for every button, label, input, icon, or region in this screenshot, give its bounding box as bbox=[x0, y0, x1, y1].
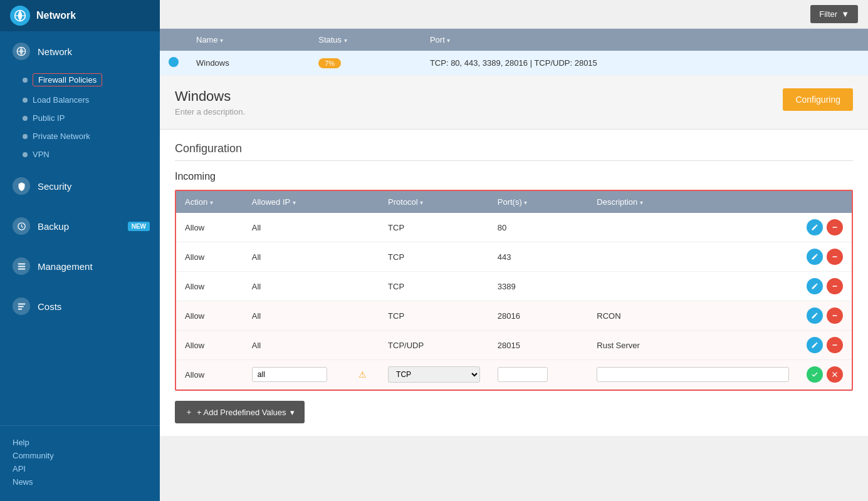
allowed-ip-sort-icon: ▾ bbox=[293, 199, 296, 206]
windows-title: Windows bbox=[175, 88, 245, 105]
sidebar-section-security: Security bbox=[0, 166, 160, 206]
row-ports: 28015 bbox=[489, 331, 588, 360]
row-protocol: TCP bbox=[379, 301, 489, 331]
col-action[interactable]: Action ▾ bbox=[176, 191, 243, 213]
edit-button[interactable] bbox=[807, 278, 823, 294]
sidebar-section-backup-header[interactable]: Backup NEW bbox=[0, 209, 160, 244]
row-action-icons bbox=[798, 360, 852, 390]
table-row[interactable]: Allow All TCP 443 bbox=[176, 242, 852, 272]
protocol-select[interactable]: TCP UDP TCP/UDP bbox=[388, 366, 480, 383]
row-ports: 443 bbox=[489, 242, 588, 272]
description-input[interactable] bbox=[597, 367, 789, 382]
sidebar-item-load-balancers[interactable]: Load Balancers bbox=[0, 91, 160, 109]
dot-icon bbox=[23, 134, 28, 139]
dot-icon bbox=[23, 152, 28, 157]
edit-button[interactable] bbox=[807, 249, 823, 265]
cancel-button[interactable] bbox=[827, 366, 843, 383]
row-allowed-ip: All bbox=[243, 331, 379, 360]
management-section-label: Management bbox=[38, 261, 93, 272]
sidebar-item-vpn[interactable]: VPN bbox=[0, 145, 160, 163]
configuring-button[interactable]: Configuring bbox=[783, 88, 853, 111]
incoming-title: Incoming bbox=[175, 171, 853, 182]
edit-button[interactable] bbox=[807, 219, 823, 235]
row-allowed-ip: All bbox=[243, 242, 379, 272]
sidebar-logo bbox=[10, 6, 30, 26]
sidebar-news-link[interactable]: News bbox=[13, 475, 147, 488]
col-select bbox=[160, 29, 187, 51]
sidebar-section-management-header[interactable]: Management bbox=[0, 249, 160, 284]
configuration-title: Configuration bbox=[175, 142, 853, 155]
table-row[interactable]: Allow All TCP/UDP 28015 Rust Server bbox=[176, 331, 852, 360]
delete-button[interactable] bbox=[827, 307, 843, 324]
col-port[interactable]: Port ▾ bbox=[421, 29, 868, 51]
row-ports: 28016 bbox=[489, 301, 588, 331]
edit-button[interactable] bbox=[807, 307, 823, 324]
dot-icon bbox=[23, 78, 28, 83]
col-protocol[interactable]: Protocol ▾ bbox=[379, 191, 489, 213]
network-icon bbox=[13, 43, 30, 60]
sidebar-community-link[interactable]: Community bbox=[13, 449, 147, 462]
sidebar-api-link[interactable]: API bbox=[13, 462, 147, 475]
configuration-table: Action ▾ Allowed IP ▾ Protocol ▾ Port(s)… bbox=[176, 191, 852, 390]
row-description: RCON bbox=[588, 301, 798, 331]
sidebar-section-management: Management bbox=[0, 246, 160, 286]
filter-icon: ▼ bbox=[841, 9, 849, 19]
row-allowed-ip: All bbox=[243, 213, 379, 242]
filter-button[interactable]: Filter ▼ bbox=[810, 5, 858, 23]
public-ip-label: Public IP bbox=[33, 113, 65, 123]
security-icon bbox=[13, 177, 30, 195]
table-row[interactable]: Windows 7% TCP: 80, 443, 3389, 28016 | T… bbox=[160, 51, 868, 76]
svg-rect-7 bbox=[18, 268, 24, 269]
delete-button[interactable] bbox=[827, 337, 843, 353]
protocol-sort-icon: ▾ bbox=[420, 199, 423, 206]
col-allowed-ip[interactable]: Allowed IP ▾ bbox=[243, 191, 379, 213]
delete-button[interactable] bbox=[827, 219, 843, 235]
configuration-section: Configuration Incoming Action ▾ Allowed … bbox=[160, 130, 868, 436]
table-row[interactable]: Allow All TCP 3389 bbox=[176, 272, 852, 301]
add-predefined-icon: ＋ bbox=[185, 406, 193, 418]
delete-button[interactable] bbox=[827, 278, 843, 294]
allowed-ip-input[interactable] bbox=[252, 367, 327, 382]
ports-input[interactable] bbox=[498, 367, 548, 382]
sidebar-section-security-header[interactable]: Security bbox=[0, 168, 160, 204]
edit-button[interactable] bbox=[807, 337, 823, 353]
sidebar-section-costs-header[interactable]: Costs bbox=[0, 289, 160, 324]
row-allowed-ip: All bbox=[243, 301, 379, 331]
network-sub-items: Firewall Policies Load Balancers Public … bbox=[0, 69, 160, 163]
port-sort-icon: ▾ bbox=[447, 37, 450, 44]
radio-icon bbox=[169, 57, 179, 67]
add-predefined-button[interactable]: ＋ + Add Predefined Values ▾ bbox=[175, 401, 305, 423]
col-ports[interactable]: Port(s) ▾ bbox=[489, 191, 588, 213]
save-button[interactable] bbox=[807, 366, 823, 383]
sidebar-item-private-network[interactable]: Private Network bbox=[0, 127, 160, 145]
sidebar-item-public-ip[interactable]: Public IP bbox=[0, 109, 160, 127]
svg-rect-6 bbox=[18, 266, 24, 267]
row-port: TCP: 80, 443, 3389, 28016 | TCP/UDP: 280… bbox=[421, 51, 868, 76]
sidebar-item-firewall-policies[interactable]: Firewall Policies bbox=[0, 69, 160, 91]
action-sort-icon: ▾ bbox=[210, 199, 213, 206]
top-bar: Filter ▼ bbox=[160, 0, 868, 29]
svg-rect-8 bbox=[18, 303, 24, 304]
col-status[interactable]: Status ▾ bbox=[310, 29, 421, 51]
delete-button[interactable] bbox=[827, 249, 843, 265]
row-action-icons bbox=[798, 301, 852, 331]
highlighted-table-wrapper: Action ▾ Allowed IP ▾ Protocol ▾ Port(s)… bbox=[175, 190, 853, 391]
row-action-icons bbox=[798, 213, 852, 242]
col-name[interactable]: Name ▾ bbox=[187, 29, 310, 51]
row-allowed-ip: All bbox=[243, 272, 379, 301]
sidebar-section-backup: Backup NEW bbox=[0, 206, 160, 246]
col-description[interactable]: Description ▾ bbox=[588, 191, 798, 213]
table-row[interactable]: Allow All TCP 80 bbox=[176, 213, 852, 242]
warning-icon: ⚠ bbox=[358, 369, 367, 380]
name-sort-icon: ▾ bbox=[220, 37, 223, 44]
backup-icon bbox=[13, 217, 30, 235]
sidebar-section-network-header[interactable]: Network bbox=[0, 34, 160, 69]
backup-section-label: Backup bbox=[38, 221, 69, 232]
windows-description: Enter a description. bbox=[175, 107, 245, 116]
sidebar-help-link[interactable]: Help bbox=[13, 436, 147, 449]
row-action: Allow bbox=[176, 272, 243, 301]
table-row-input[interactable]: Allow ⚠ TCP UDP bbox=[176, 360, 852, 390]
firewall-policies-table: Name ▾ Status ▾ Port ▾ bbox=[160, 29, 868, 76]
table-row[interactable]: Allow All TCP 28016 RCON bbox=[176, 301, 852, 331]
description-input-cell bbox=[588, 360, 798, 390]
